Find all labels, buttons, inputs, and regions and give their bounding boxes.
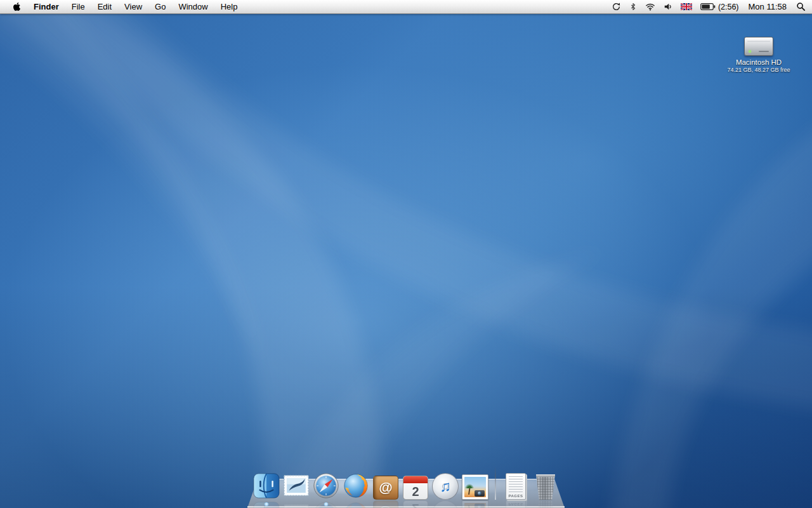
battery-time-label: (2:56) (718, 3, 739, 11)
dock-items: @ 2 ♫ PAG (247, 467, 565, 500)
spotlight-icon[interactable] (796, 0, 806, 13)
hd-icon-label: Macintosh HD (714, 58, 803, 66)
dock-item-iphoto[interactable] (461, 472, 489, 500)
firefox-icon (342, 472, 370, 500)
menu-bar: Finder File Edit View Go Window Help (0, 0, 812, 14)
wifi-icon[interactable] (645, 0, 655, 13)
menu-window[interactable]: Window (172, 0, 214, 13)
volume-icon[interactable] (664, 0, 672, 13)
itunes-icon: ♫ (432, 473, 459, 500)
menu-bar-left: Finder File Edit View Go Window Help (6, 0, 244, 13)
dock-item-ical[interactable]: 2 (402, 472, 429, 500)
trash-icon (535, 474, 556, 500)
desktop-background: Macintosh HD 74.21 GB, 48.27 GB free (0, 14, 812, 508)
wallpaper-swirl-graphic (0, 14, 812, 508)
dock-item-finder[interactable] (252, 472, 280, 500)
ical-header (403, 476, 428, 483)
desktop-icon-macintosh-hd[interactable]: Macintosh HD 74.21 GB, 48.27 GB free (714, 37, 803, 73)
apple-logo-icon (13, 2, 21, 11)
dock-item-trash[interactable] (532, 472, 560, 500)
address-book-icon: @ (373, 476, 398, 500)
battery-status[interactable]: (2:56) (700, 3, 739, 11)
hd-icon-info: 74.21 GB, 48.27 GB free (714, 67, 803, 73)
battery-icon (700, 3, 716, 11)
dock-item-address-book[interactable]: @ (372, 472, 400, 500)
dock-item-safari[interactable] (312, 472, 340, 500)
at-glyph: @ (379, 481, 392, 495)
camera-icon (475, 490, 485, 497)
hard-drive-icon (744, 37, 773, 56)
music-note-glyph: ♫ (440, 479, 451, 494)
menu-file[interactable]: File (65, 0, 91, 13)
mail-icon (282, 472, 310, 500)
menu-help[interactable]: Help (214, 0, 244, 13)
ical-day: 2 (403, 483, 428, 500)
menu-go[interactable]: Go (148, 0, 172, 13)
pages-document-label: PAGES (506, 494, 525, 498)
bluetooth-icon[interactable] (629, 0, 637, 13)
apple-menu[interactable] (6, 0, 27, 13)
dock-separator (495, 467, 496, 500)
dock: @ 2 ♫ PAG (247, 464, 565, 508)
menu-view[interactable]: View (118, 0, 148, 13)
dock-item-firefox[interactable] (342, 472, 370, 500)
menu-bar-clock[interactable]: Mon 11:58 (747, 2, 788, 11)
dock-item-mail[interactable] (282, 472, 310, 500)
iphoto-icon (462, 474, 488, 500)
dock-item-itunes[interactable]: ♫ (431, 472, 459, 500)
sync-icon[interactable] (612, 0, 621, 13)
macos-desktop: { "menu_bar": { "apple_icon": "apple-log… (0, 0, 812, 508)
menu-bar-status-area: (2:56) Mon 11:58 (612, 0, 806, 13)
safari-icon (312, 472, 340, 500)
ical-icon: 2 (403, 476, 428, 500)
menu-app-name[interactable]: Finder (27, 0, 65, 13)
input-source-flag-uk-icon[interactable] (681, 0, 692, 13)
finder-icon (252, 472, 280, 500)
menu-edit[interactable]: Edit (91, 0, 118, 13)
dock-item-pages-document[interactable]: PAGES (502, 472, 530, 500)
pages-document-icon: PAGES (506, 473, 526, 500)
